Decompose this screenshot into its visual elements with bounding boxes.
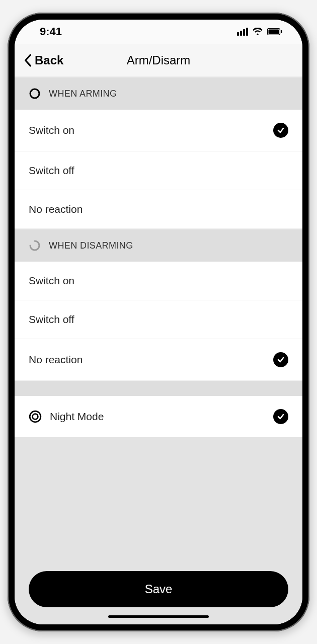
option-label: Night Mode	[50, 411, 104, 423]
circle-outline-icon	[29, 88, 41, 100]
cellular-icon	[237, 28, 248, 36]
option-disarming-no-reaction[interactable]: No reaction	[15, 339, 302, 381]
phone-frame: 9:41 Back	[8, 13, 309, 631]
option-disarming-switch-off[interactable]: Switch off	[15, 300, 302, 339]
nav-header: Back Arm/Disarm	[15, 44, 302, 77]
svg-point-4	[30, 411, 41, 422]
option-disarming-switch-on[interactable]: Switch on	[15, 262, 302, 300]
page-title: Arm/Disarm	[127, 53, 191, 67]
option-label: Switch on	[29, 124, 74, 136]
option-label: No reaction	[29, 203, 83, 215]
svg-rect-2	[281, 30, 282, 33]
option-label: Switch off	[29, 313, 74, 326]
save-button[interactable]: Save	[29, 571, 288, 607]
section-header-arming: When Arming	[15, 77, 302, 110]
open-circle-icon	[29, 239, 41, 252]
check-icon	[273, 352, 288, 367]
check-icon	[273, 409, 288, 424]
section-header-arming-label: When Arming	[49, 89, 117, 99]
night-mode-icon	[29, 410, 42, 423]
section-header-disarming: When Disarming	[15, 229, 302, 262]
section-header-disarming-label: When Disarming	[49, 240, 133, 251]
svg-rect-1	[269, 30, 279, 34]
section-gap	[15, 381, 302, 396]
status-time: 9:41	[40, 25, 62, 38]
option-label: Switch on	[29, 275, 74, 287]
option-label: No reaction	[29, 354, 83, 366]
home-indicator[interactable]	[108, 615, 209, 618]
option-label: Switch off	[29, 165, 74, 177]
footer: Save	[15, 551, 302, 624]
option-arming-switch-off[interactable]: Switch off	[15, 151, 302, 190]
option-night-mode[interactable]: Night Mode	[15, 396, 302, 437]
back-label: Back	[35, 53, 63, 67]
chevron-left-icon	[24, 54, 32, 67]
battery-icon	[267, 28, 282, 35]
svg-point-3	[30, 89, 39, 98]
option-arming-no-reaction[interactable]: No reaction	[15, 190, 302, 229]
svg-point-5	[33, 414, 38, 420]
status-icons	[237, 28, 282, 36]
back-button[interactable]: Back	[24, 53, 63, 67]
content: When Arming Switch on Switch off No reac…	[15, 77, 302, 551]
check-icon	[273, 123, 288, 138]
option-arming-switch-on[interactable]: Switch on	[15, 110, 302, 151]
screen: 9:41 Back	[15, 20, 302, 624]
status-bar: 9:41	[15, 20, 302, 44]
wifi-icon	[252, 28, 263, 36]
